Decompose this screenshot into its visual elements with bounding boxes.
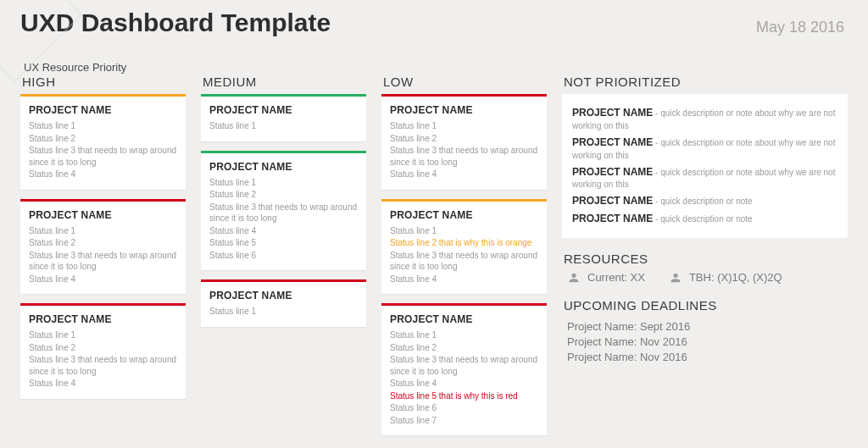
column-high: HIGH PROJECT NAMEStatus line 1Status lin… bbox=[20, 75, 186, 408]
not-prioritized-item: PROJECT NAME - quick description or note… bbox=[572, 165, 837, 191]
status-line: Status line 4 bbox=[209, 225, 358, 237]
column-title-medium: MEDIUM bbox=[203, 75, 366, 89]
np-project-name: PROJECT NAME bbox=[572, 107, 653, 119]
status-line: Status line 4 bbox=[29, 378, 177, 390]
status-line: Status line 2 bbox=[390, 342, 538, 354]
np-project-name: PROJECT NAME bbox=[572, 213, 653, 224]
column-medium: MEDIUM PROJECT NAMEStatus line 1PROJECT … bbox=[201, 75, 366, 336]
deadline-item: Project Name: Nov 2016 bbox=[567, 351, 848, 363]
status-line: Status line 3 that needs to wrap around … bbox=[209, 202, 358, 224]
status-line: Status line 4 bbox=[390, 169, 538, 180]
project-card: PROJECT NAMEStatus line 1 bbox=[201, 279, 366, 327]
not-prioritized-box: PROJECT NAME - quick description or note… bbox=[562, 94, 848, 238]
right-panel: NOT PRIORITIZED PROJECT NAME - quick des… bbox=[562, 75, 848, 363]
status-line: Status line 3 that needs to wrap around … bbox=[390, 354, 538, 377]
status-line: Status line 3 that needs to wrap around … bbox=[29, 145, 177, 168]
status-line: Status line 1 bbox=[390, 225, 538, 237]
project-card: PROJECT NAMEStatus line 1Status line 2St… bbox=[381, 303, 547, 435]
project-card: PROJECT NAMEStatus line 1Status line 2St… bbox=[20, 199, 186, 295]
person-icon bbox=[669, 271, 682, 285]
status-line: Status line 1 bbox=[390, 120, 538, 132]
np-note: - quick description or note bbox=[653, 196, 752, 206]
resource-tbh: TBH: (X)1Q, (X)2Q bbox=[669, 271, 782, 285]
column-title-high: HIGH bbox=[22, 75, 186, 89]
np-project-name: PROJECT NAME bbox=[572, 166, 653, 178]
status-line: Status line 2 bbox=[29, 237, 177, 249]
status-line: Status line 7 bbox=[390, 415, 538, 427]
status-line: Status line 5 bbox=[209, 237, 358, 249]
not-prioritized-item: PROJECT NAME - quick description or note… bbox=[572, 106, 837, 132]
status-line: Status line 3 that needs to wrap around … bbox=[29, 250, 177, 273]
status-line: Status line 3 that needs to wrap around … bbox=[29, 354, 177, 377]
page-date: May 18 2016 bbox=[756, 19, 844, 36]
np-project-name: PROJECT NAME bbox=[572, 136, 653, 148]
status-line: Status line 2 bbox=[29, 342, 177, 354]
deadline-item: Project Name: Sept 2016 bbox=[567, 320, 848, 333]
status-line: Status line 4 bbox=[390, 274, 538, 285]
project-name: PROJECT NAME bbox=[390, 313, 538, 325]
section-label: UX Resource Priority bbox=[24, 61, 848, 74]
status-line: Status line 1 bbox=[390, 329, 538, 341]
status-line: Status line 1 bbox=[29, 120, 177, 132]
project-card: PROJECT NAMEStatus line 1Status line 2 t… bbox=[381, 199, 547, 295]
status-line: Status line 2 that is why this is orange bbox=[390, 237, 538, 249]
resources-title: RESOURCES bbox=[564, 252, 848, 266]
deadlines-list: Project Name: Sept 2016Project Name: Nov… bbox=[562, 318, 848, 363]
not-prioritized-item: PROJECT NAME - quick description or note… bbox=[572, 136, 837, 162]
not-prioritized-item: PROJECT NAME - quick description or note bbox=[572, 194, 837, 208]
person-icon bbox=[567, 271, 581, 285]
project-name: PROJECT NAME bbox=[29, 209, 177, 221]
status-line: Status line 3 that needs to wrap around … bbox=[390, 250, 538, 273]
deadlines-title: UPCOMING DEADLINES bbox=[564, 298, 848, 312]
column-title-low: LOW bbox=[383, 75, 547, 89]
status-line: Status line 1 bbox=[209, 306, 358, 318]
project-name: PROJECT NAME bbox=[390, 104, 538, 116]
project-card: PROJECT NAMEStatus line 1Status line 2St… bbox=[20, 94, 186, 190]
status-line: Status line 1 bbox=[29, 225, 177, 237]
status-line: Status line 6 bbox=[390, 402, 538, 414]
status-line: Status line 4 bbox=[29, 169, 177, 180]
status-line: Status line 5 that is why this is red bbox=[390, 390, 538, 402]
resources-row: Current: XX TBH: (X)1Q, (X)2Q bbox=[567, 271, 848, 285]
priority-grid: HIGH PROJECT NAMEStatus line 1Status lin… bbox=[20, 75, 848, 445]
status-line: Status line 4 bbox=[390, 378, 538, 390]
status-line: Status line 3 that needs to wrap around … bbox=[390, 145, 538, 168]
project-name: PROJECT NAME bbox=[29, 104, 177, 116]
np-note: - quick description or note bbox=[653, 214, 752, 224]
project-card: PROJECT NAMEStatus line 1Status line 2St… bbox=[201, 151, 366, 271]
deadline-item: Project Name: Nov 2016 bbox=[567, 335, 848, 348]
page-title: UXD Dashboard Template bbox=[20, 8, 848, 37]
status-line: Status line 1 bbox=[29, 329, 177, 341]
status-line: Status line 2 bbox=[29, 133, 177, 145]
resource-current-label: Current: XX bbox=[587, 271, 645, 284]
project-name: PROJECT NAME bbox=[209, 290, 358, 301]
not-prioritized-title: NOT PRIORITIZED bbox=[564, 75, 848, 89]
not-prioritized-item: PROJECT NAME - quick description or note bbox=[572, 212, 837, 226]
project-name: PROJECT NAME bbox=[390, 209, 538, 221]
project-name: PROJECT NAME bbox=[29, 313, 177, 325]
project-name: PROJECT NAME bbox=[209, 104, 358, 116]
project-card: PROJECT NAMEStatus line 1Status line 2St… bbox=[20, 303, 186, 399]
status-line: Status line 1 bbox=[209, 120, 358, 132]
status-line: Status line 2 bbox=[390, 133, 538, 145]
resource-current: Current: XX bbox=[567, 271, 645, 285]
np-project-name: PROJECT NAME bbox=[572, 195, 653, 207]
project-name: PROJECT NAME bbox=[209, 161, 358, 173]
project-card: PROJECT NAMEStatus line 1Status line 2St… bbox=[381, 94, 547, 190]
status-line: Status line 4 bbox=[29, 274, 177, 285]
status-line: Status line 1 bbox=[209, 177, 358, 189]
status-line: Status line 6 bbox=[209, 250, 358, 262]
column-low: LOW PROJECT NAMEStatus line 1Status line… bbox=[381, 75, 547, 445]
resource-tbh-label: TBH: (X)1Q, (X)2Q bbox=[689, 271, 782, 284]
project-card: PROJECT NAMEStatus line 1 bbox=[201, 94, 366, 141]
status-line: Status line 2 bbox=[209, 189, 358, 201]
